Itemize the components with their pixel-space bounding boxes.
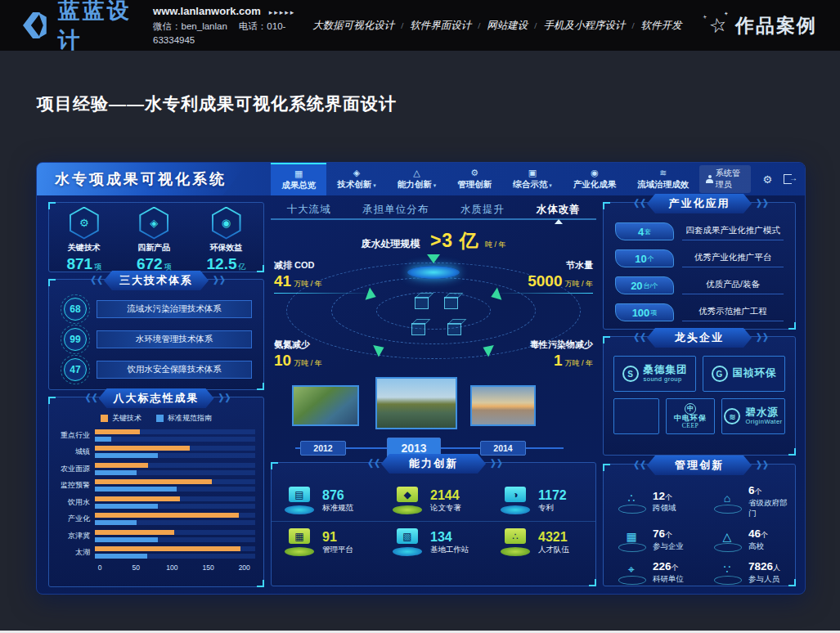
site-url[interactable]: www.lanlanwork.com [153,5,261,17]
logo-sound-group[interactable]: S 桑德集团 sound group [613,356,696,392]
bar-关键技术 [95,546,240,551]
stat-papers: ◆ 2144 论文专著 [380,480,487,521]
logo-ceep[interactable]: 中 中电环保 CEEP [666,398,715,434]
network-icon: ∴ [617,489,646,514]
tech-system-row[interactable]: 47 饮用水安全保障技术体系 [61,358,252,381]
divider-line [274,293,372,294]
chart-category-label: 城镇 [54,447,95,457]
cube-icon [444,297,458,309]
management-grid: ∴ 12个 跨领域 ⌂ 6个 省级政府部门 ▦ 76个 参与企业 △ 46个 [604,480,795,589]
industrial-row[interactable]: 4套 四套成果产业化推广模式 [615,222,784,240]
separator: / [534,20,537,30]
legend-item: 标准规范指南 [156,413,212,424]
bar-标准规范指南 [95,487,177,492]
bar-track [95,546,255,551]
tech-system-row[interactable]: 68 流域水污染治理技术体系 [61,298,252,321]
management-panel: 《《 管理创新 》》 ∴ 12个 跨领域 ⌂ 6个 省级政府部门 ▦ 76个 [603,464,796,586]
stat-talent: ∴ 4321 人才队伍 [487,521,595,563]
logo-guozhen[interactable]: G 国祯环保 [703,356,785,392]
settings-gear-icon[interactable]: ⚙ [762,173,772,186]
square-icon: ▣ [528,168,537,177]
gear-hex-icon: ⚙ [70,207,99,240]
service-link-mobile[interactable]: 手机及小程序设计 [543,19,625,33]
tab-ten-basins[interactable]: 十大流域 [283,203,334,217]
chart-category-label: 农业面源 [54,464,95,474]
stat-research-units: ⌖ 226个 科研单位 [604,556,699,589]
bar-标准规范指南 [95,554,147,559]
service-link-bigdata[interactable]: 大数据可视化设计 [312,19,394,33]
left-deco-icon: 《《 [86,274,99,288]
bar-标准规范指南 [95,470,137,475]
site-logo[interactable]: 蓝蓝设计 [23,0,138,55]
building-icon: ▦ [617,528,646,552]
axis-tick-label: 100 [166,563,177,572]
nav-item-tech-innovation[interactable]: ◈ 技术创新▾ [326,163,387,195]
chevron-down-icon: ▾ [373,182,376,188]
tab-water-quality[interactable]: 水质提升 [457,203,508,217]
bar-关键技术 [95,463,148,468]
center-tabs: 十大流域 承担单位分布 水质提升 水体改善 [271,200,596,220]
left-deco-icon: 《《 [81,392,94,406]
graduation-icon: ◆ [391,487,424,514]
bar-track [95,429,255,434]
medal-icon: ◉ [591,168,599,177]
originwater-icon: ≋ [724,408,740,424]
nav-item-industrialization[interactable]: ◉ 产业化成果 [563,163,627,195]
bar-track [95,437,255,442]
nav-item-demonstration[interactable]: ▣ 综合示范▾ [502,163,563,195]
ellipse-ring [376,292,491,330]
waves-icon: ≋ [659,168,667,177]
nodes-icon: ◈ [353,168,360,177]
bar-track [95,537,255,542]
user-name: 系统管理员 [716,168,745,191]
bar-track [95,453,255,458]
center-column: 十大流域 承担单位分布 水质提升 水体改善 废水处理规模 >3 亿 吨 / 年 [271,200,596,587]
tab-unit-distribution[interactable]: 承担单位分布 [359,203,432,217]
bar-track [95,520,255,525]
patent-icon: ◑ [499,487,532,514]
industrial-panel: 《《 产业化应用 》》 4套 四套成果产业化推广模式 10个 优秀产业化推广平台… [603,202,796,330]
portfolio-link[interactable]: ☆++ 作品案例 [709,13,817,38]
right-column: 《《 产业化应用 》》 4套 四套成果产业化推广模式 10个 优秀产业化推广平台… [603,200,796,587]
service-link-web[interactable]: 网站建设 [487,19,528,33]
stat-gov-departments: ⌂ 6个 省级政府部门 [699,480,795,523]
logo-originwater[interactable]: ≋ 碧水源 OriginWater [721,398,785,434]
tech-system-row[interactable]: 99 水环境管理技术体系 [61,328,252,351]
photo-2012-wetland [292,385,359,426]
bar-关键技术 [95,479,212,484]
industrial-row[interactable]: 20台/个 优质产品/装备 [615,276,784,294]
cube-icon [411,323,425,335]
bar-track [95,496,255,501]
user-account[interactable]: 系统管理员 [699,165,751,193]
nav-item-management-innovation[interactable]: ⚙ 管理创新 [447,163,502,195]
photo-2014-sunset [470,385,536,426]
nav-item-overview[interactable]: ▦ 成果总览 [271,163,326,195]
chart-row: 产业化 [54,511,255,528]
axis-tick-label: 150 [202,563,213,572]
dashboard-nav: ▦ 成果总览 ◈ 技术创新▾ △ 能力创新▾ ⚙ 管理创新 ▣ 综合示范▾ ◉ … [271,163,699,195]
dashboard-header: 水专项成果可视化系统 ▦ 成果总览 ◈ 技术创新▾ △ 能力创新▾ ⚙ 管理创新… [37,163,805,195]
people-icon: ∵ [712,560,742,585]
bar-track [95,479,255,484]
industrial-row[interactable]: 100项 优秀示范推广工程 [615,303,784,321]
cube-icon [415,297,429,309]
tab-water-improvement[interactable]: 水体改善 [533,203,584,217]
chart-category-label: 产业化 [54,514,95,524]
nav-item-capability-innovation[interactable]: △ 能力创新▾ [387,163,447,195]
stat-universities: △ 46个 高校 [699,523,795,556]
service-link-dev[interactable]: 软件开发 [640,19,681,33]
achievements-panel: 《《 八大标志性成果 》》 关键技术标准规范指南 重点行业城镇农业面源监控预警饮… [48,397,264,587]
bar-标准规范指南 [95,504,158,509]
right-deco-icon: 》》 [213,274,227,288]
logout-icon[interactable] [784,174,792,184]
stat-workstations: ▧ 134 基地工作站 [380,521,487,563]
logo-empty[interactable] [613,398,659,434]
ceep-icon: 中 [685,403,696,415]
industrial-row[interactable]: 10个 优秀产业化推广平台 [615,249,784,267]
book-icon: ▤ [283,487,316,514]
boxes-hex-icon: ◈ [139,207,168,240]
enterprises-header: 《《 龙头企业 》》 [604,328,795,348]
service-link-ui[interactable]: 软件界面设计 [410,19,471,33]
nav-item-basin-governance[interactable]: ≋ 流域治理成效 [627,163,699,195]
bar-track [95,487,255,492]
